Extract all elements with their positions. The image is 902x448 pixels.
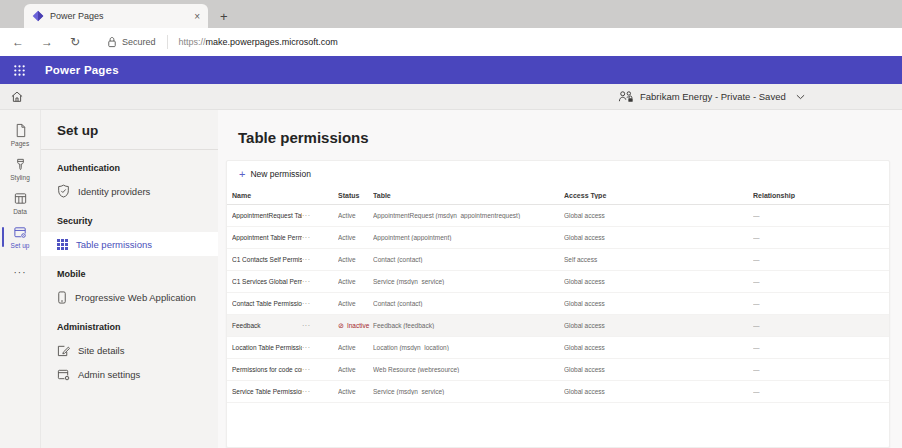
cell-access-type: Global access (564, 212, 753, 219)
rail-item-label: Styling (10, 174, 30, 181)
table-header-row: Name Status Table Access Type Relationsh… (227, 187, 889, 205)
environment-bar: Fabrikam Energy - Private - Saved (0, 84, 902, 110)
sidebar-item-admin-settings[interactable]: Admin settings (41, 362, 218, 386)
cell-name: AppointmentRequest Table Per... (232, 212, 302, 219)
sidebar-item-identity-providers[interactable]: Identity providers (41, 179, 218, 203)
section-header-authentication: Authentication (41, 150, 218, 179)
table-row[interactable]: Feedback ··· ⊘Inactive Feedback (feedbac… (227, 315, 889, 337)
rail-item-data[interactable]: Data (0, 186, 40, 220)
cell-relationship: — (753, 234, 889, 241)
back-icon[interactable]: ← (12, 36, 24, 48)
forward-icon[interactable]: → (41, 36, 53, 48)
cell-name: Feedback (232, 322, 302, 329)
refresh-icon[interactable]: ↻ (70, 36, 80, 48)
cell-name: Location Table Permission (232, 344, 302, 351)
browser-tab[interactable]: Power Pages × (24, 4, 208, 28)
cell-status: Active (338, 278, 373, 285)
column-header-relationship[interactable]: Relationship (753, 192, 889, 199)
column-header-access-type[interactable]: Access Type (564, 192, 753, 199)
cell-status: Active (338, 212, 373, 219)
cell-relationship: — (753, 278, 889, 285)
section-header-administration: Administration (41, 309, 218, 338)
waffle-icon[interactable] (13, 64, 26, 77)
cell-access-type: Global access (564, 278, 753, 285)
table-row[interactable]: C1 Services Global Permission ··· Active… (227, 271, 889, 293)
column-header-table[interactable]: Table (373, 192, 564, 199)
row-actions-icon[interactable]: ··· (302, 322, 338, 329)
rail-item-styling[interactable]: Styling (0, 152, 40, 186)
sidebar-item-label: Progressive Web Application (75, 292, 196, 303)
toolbar: + New permission (227, 161, 889, 187)
cell-access-type: Global access (564, 388, 753, 395)
table-row[interactable]: Permissions for code componen... ··· Act… (227, 359, 889, 381)
sidebar-item-progressive-web-application[interactable]: Progressive Web Application (41, 285, 218, 309)
row-actions-icon[interactable]: ··· (302, 256, 338, 263)
power-pages-favicon-icon (32, 10, 44, 22)
cell-relationship: — (753, 366, 889, 373)
cell-relationship: — (753, 256, 889, 263)
rail-more-button[interactable]: ··· (14, 267, 27, 278)
environment-picker[interactable]: Fabrikam Energy - Private - Saved (618, 84, 805, 109)
cell-access-type: Global access (564, 344, 753, 351)
browser-window: Power Pages × + ← → ↻ Secured https://ma… (0, 0, 902, 448)
cell-status: ⊘Inactive (338, 322, 373, 330)
new-permission-button[interactable]: + New permission (239, 169, 311, 180)
rail-item-set-up[interactable]: Set up (0, 220, 40, 254)
row-actions-icon[interactable]: ··· (302, 234, 338, 241)
navigation-rail: Pages Styling Data (0, 110, 40, 448)
cell-table: Contact (contact) (373, 300, 564, 307)
sidebar-title: Set up (41, 110, 218, 150)
cell-table: Service (msdyn_service) (373, 278, 564, 285)
cell-table: AppointmentRequest (msdyn_appointmentreq… (373, 212, 564, 219)
table-row[interactable]: Service Table Permissions ··· Active Ser… (227, 381, 889, 403)
phone-icon (57, 291, 67, 304)
cell-status: Active (338, 366, 373, 373)
page-title: Table permissions (238, 128, 890, 148)
shield-check-icon (57, 184, 70, 198)
table-row[interactable]: Appointment Table Permission ··· Active … (227, 227, 889, 249)
table-row[interactable]: C1 Contacts Self Permission ··· Active C… (227, 249, 889, 271)
cell-status: Active (338, 256, 373, 263)
column-header-name[interactable]: Name (232, 192, 338, 199)
cell-name: C1 Contacts Self Permission (232, 256, 302, 263)
rail-item-pages[interactable]: Pages (0, 118, 40, 152)
page-edit-icon (57, 344, 70, 357)
home-icon[interactable] (10, 90, 24, 103)
sidebar-item-label: Admin settings (78, 369, 140, 380)
rail-item-label: Data (13, 208, 27, 215)
chevron-down-icon (796, 94, 805, 100)
row-actions-icon[interactable]: ··· (302, 344, 338, 351)
row-actions-icon[interactable]: ··· (302, 278, 338, 285)
url-field[interactable]: https://make.powerpages.microsoft.com (179, 37, 338, 47)
address-bar: ← → ↻ Secured https://make.powerpages.mi… (0, 28, 902, 56)
url-scheme: https:// (179, 37, 206, 47)
cell-status: Active (338, 300, 373, 307)
cell-name: Service Table Permissions (232, 388, 302, 395)
address-divider (167, 35, 168, 49)
cell-table: Location (msdyn_location) (373, 344, 564, 351)
sidebar-item-label: Table permissions (76, 239, 152, 250)
new-tab-button[interactable]: + (220, 10, 228, 23)
row-actions-icon[interactable]: ··· (302, 212, 338, 219)
row-actions-icon[interactable]: ··· (302, 388, 338, 395)
row-actions-icon[interactable]: ··· (302, 300, 338, 307)
cell-relationship: — (753, 212, 889, 219)
row-actions-icon[interactable]: ··· (302, 366, 338, 373)
grid-icon (57, 239, 68, 250)
table-body: AppointmentRequest Table Per... ··· Acti… (227, 205, 889, 403)
cell-table: Appointment (appointment) (373, 234, 564, 241)
page-gear-icon (57, 368, 70, 381)
table-row[interactable]: AppointmentRequest Table Per... ··· Acti… (227, 205, 889, 227)
cell-table: Service (msdyn_service) (373, 388, 564, 395)
table-row[interactable]: Contact Table Permission ··· Active Cont… (227, 293, 889, 315)
sidebar-item-site-details[interactable]: Site details (41, 338, 218, 362)
table-row[interactable]: Location Table Permission ··· Active Loc… (227, 337, 889, 359)
cell-status: Active (338, 344, 373, 351)
sidebar-item-table-permissions[interactable]: Table permissions (41, 232, 218, 256)
tab-title: Power Pages (50, 11, 104, 21)
tab-close-icon[interactable]: × (194, 11, 200, 22)
sidebar-item-label: Site details (78, 345, 124, 356)
column-header-status[interactable]: Status (338, 192, 373, 199)
cell-table: Feedback (feedback) (373, 322, 564, 329)
security-badge[interactable]: Secured (107, 36, 156, 48)
